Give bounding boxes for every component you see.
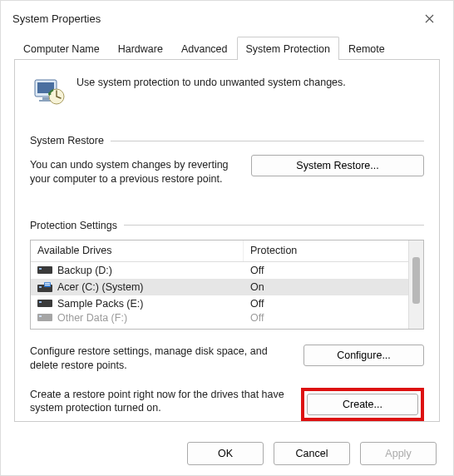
table-row[interactable]: Sample Packs (E:) Off [31,295,408,312]
scrollbar-thumb[interactable] [412,257,420,304]
svg-rect-13 [39,301,42,303]
tab-remote[interactable]: Remote [339,37,394,60]
drive-cell: Backup (D:) [31,264,244,277]
content-area: Computer Name Hardware Advanced System P… [1,32,453,432]
close-button[interactable] [413,6,445,31]
divider [124,225,424,226]
protection-cell: On [244,280,408,294]
apply-button[interactable]: Apply [360,442,437,465]
drive-cell: Other Data (F:) [31,312,244,324]
section-label: Protection Settings [30,220,117,231]
drive-icon [37,313,52,322]
configure-button[interactable]: Configure... [303,345,424,366]
system-protection-icon [32,73,65,107]
system-restore-desc: You can undo system changes by reverting… [30,155,236,186]
svg-rect-2 [42,97,49,100]
protection-cell: Off [244,312,408,324]
system-restore-button[interactable]: System Restore... [251,155,424,176]
drive-cell: Sample Packs (E:) [31,297,244,310]
svg-rect-10 [45,283,50,284]
tab-advanced[interactable]: Advanced [172,37,237,60]
tab-computer-name[interactable]: Computer Name [14,37,109,60]
divider [111,141,424,141]
table-row[interactable]: Acer (C:) (System) On [31,279,408,295]
window-title: System Properties [12,12,101,25]
svg-rect-11 [45,285,50,285]
configure-row: Configure restore settings, manage disk … [30,345,424,373]
drive-name: Acer (C:) (System) [57,281,143,293]
dialog-footer: OK Cancel Apply [1,432,453,475]
section-label: System Restore [30,135,104,146]
tab-system-protection[interactable]: System Protection [237,37,339,60]
protection-cell: Off [244,297,408,310]
system-restore-row: You can undo system changes by reverting… [30,155,424,186]
create-row: Create a restore point right now for the… [30,388,424,421]
create-highlight: Create... [301,388,424,421]
svg-rect-12 [37,300,52,307]
system-restore-heading: System Restore [30,135,424,146]
configure-desc: Configure restore settings, manage disk … [30,345,289,373]
tab-hardware[interactable]: Hardware [109,37,172,60]
tab-strip: Computer Name Hardware Advanced System P… [14,36,440,60]
drives-table: Available Drives Protection Backup (D:) … [30,240,424,330]
intro-text: Use system protection to undo unwanted s… [76,73,346,88]
close-icon [425,14,434,23]
svg-rect-8 [39,286,42,288]
table-header: Available Drives Protection [31,240,408,262]
svg-rect-15 [39,315,42,317]
intro-row: Use system protection to undo unwanted s… [30,70,424,121]
create-button[interactable]: Create... [307,394,418,415]
ok-button[interactable]: OK [187,442,264,465]
table-row[interactable]: Other Data (F:) Off [31,312,408,324]
protection-cell: Off [244,264,408,277]
system-properties-window: System Properties Computer Name Hardware… [0,0,454,476]
drive-name: Sample Packs (E:) [57,298,144,310]
column-header-protection[interactable]: Protection [244,240,408,261]
svg-rect-6 [39,268,42,270]
drive-icon [37,265,52,275]
table-scrollbar[interactable] [408,240,423,329]
titlebar: System Properties [1,1,453,32]
table-row[interactable]: Backup (D:) Off [31,262,408,279]
tab-panel-system-protection: Use system protection to undo unwanted s… [14,60,440,422]
svg-rect-5 [37,266,52,274]
column-header-drives[interactable]: Available Drives [31,240,244,261]
svg-rect-14 [37,314,52,321]
cancel-button[interactable]: Cancel [274,442,350,465]
drive-icon [37,282,52,291]
protection-settings-heading: Protection Settings [30,220,424,231]
drive-cell: Acer (C:) (System) [31,280,244,294]
drives-table-body: Available Drives Protection Backup (D:) … [31,240,408,329]
drive-icon [37,299,52,308]
create-desc: Create a restore point right now for the… [30,388,286,416]
drive-name: Backup (D:) [57,265,112,276]
drive-name: Other Data (F:) [57,312,127,324]
